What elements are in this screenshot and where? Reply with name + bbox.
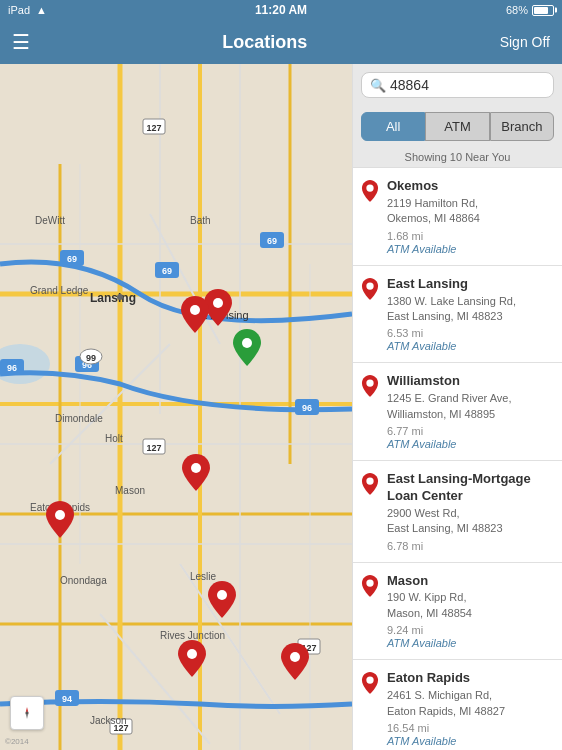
sign-off-button[interactable]: Sign Off — [500, 34, 550, 50]
location-item[interactable]: East Lansing 1380 W. Lake Lansing Rd,Eas… — [353, 266, 562, 364]
location-distance: 6.77 mi — [387, 425, 554, 437]
svg-text:127: 127 — [146, 123, 161, 133]
svg-point-63 — [191, 463, 201, 473]
device-label: iPad — [8, 4, 30, 16]
compass-icon — [18, 704, 36, 722]
location-name: Eaton Rapids — [387, 670, 554, 687]
svg-point-62 — [242, 338, 252, 348]
svg-text:Dimondale: Dimondale — [55, 413, 103, 424]
svg-text:Rives Junction: Rives Junction — [160, 630, 225, 641]
pin-icon — [361, 672, 379, 694]
location-info: East Lansing-Mortgage Loan Center 2900 W… — [387, 471, 554, 552]
svg-point-64 — [55, 510, 65, 520]
svg-point-61 — [190, 305, 200, 315]
location-atm: ATM Available — [387, 243, 554, 255]
search-input[interactable] — [390, 77, 545, 93]
svg-point-77 — [366, 677, 373, 684]
location-atm: ATM Available — [387, 438, 554, 450]
main-content: 69 69 69 96 96 96 94 127 127 127 — [0, 64, 562, 750]
battery-percentage: 68% — [506, 4, 528, 16]
svg-text:96: 96 — [7, 363, 17, 373]
filter-branch-button[interactable]: Branch — [490, 112, 554, 141]
svg-point-76 — [366, 579, 373, 586]
location-atm: ATM Available — [387, 340, 554, 352]
svg-point-75 — [366, 477, 373, 484]
search-bar: 🔍 — [353, 64, 562, 106]
status-text: Showing 10 Near You — [353, 147, 562, 168]
pin-icon — [361, 278, 379, 300]
pin-icon — [361, 180, 379, 202]
svg-point-71 — [26, 712, 29, 715]
svg-text:Mason: Mason — [115, 485, 145, 496]
map-svg: 69 69 69 96 96 96 94 127 127 127 — [0, 64, 352, 750]
svg-text:69: 69 — [267, 236, 277, 246]
wifi-icon: ▲ — [36, 4, 47, 16]
compass-button[interactable] — [10, 696, 44, 730]
location-atm: ATM Available — [387, 735, 554, 747]
nav-bar: ☰ Locations Sign Off — [0, 20, 562, 64]
svg-text:96: 96 — [302, 403, 312, 413]
search-icon: 🔍 — [370, 78, 386, 93]
location-distance: 6.53 mi — [387, 327, 554, 339]
location-list[interactable]: Okemos 2119 Hamilton Rd,Okemos, MI 48864… — [353, 168, 562, 750]
svg-point-73 — [366, 282, 373, 289]
location-name: Okemos — [387, 178, 554, 195]
location-item[interactable]: Williamston 1245 E. Grand River Ave,Will… — [353, 363, 562, 461]
search-input-wrapper[interactable]: 🔍 — [361, 72, 554, 98]
svg-text:Onondaga: Onondaga — [60, 575, 107, 586]
svg-text:©2014: ©2014 — [5, 737, 29, 746]
svg-point-66 — [187, 649, 197, 659]
svg-text:99: 99 — [86, 353, 96, 363]
battery-icon — [532, 5, 554, 16]
map-area[interactable]: 69 69 69 96 96 96 94 127 127 127 — [0, 64, 352, 750]
right-panel: 🔍 All ATM Branch Showing 10 Near You Oke… — [352, 64, 562, 750]
location-info: Okemos 2119 Hamilton Rd,Okemos, MI 48864… — [387, 178, 554, 255]
status-bar-time: 11:20 AM — [255, 3, 307, 17]
location-address: 2461 S. Michigan Rd,Eaton Rapids, MI 488… — [387, 688, 554, 719]
pin-icon — [361, 473, 379, 495]
menu-button[interactable]: ☰ — [12, 30, 30, 54]
svg-text:94: 94 — [62, 694, 72, 704]
location-address: 2900 West Rd,East Lansing, MI 48823 — [387, 506, 554, 537]
svg-text:Lansing: Lansing — [90, 291, 136, 305]
location-info: East Lansing 1380 W. Lake Lansing Rd,Eas… — [387, 276, 554, 353]
location-name: East Lansing — [387, 276, 554, 293]
location-address: 1245 E. Grand River Ave,Williamston, MI … — [387, 391, 554, 422]
svg-point-65 — [217, 590, 227, 600]
location-name: Mason — [387, 573, 554, 590]
location-name: Williamston — [387, 373, 554, 390]
location-address: 1380 W. Lake Lansing Rd,East Lansing, MI… — [387, 294, 554, 325]
svg-point-72 — [366, 184, 373, 191]
svg-text:69: 69 — [67, 254, 77, 264]
svg-text:Grand Ledge: Grand Ledge — [30, 285, 89, 296]
svg-point-74 — [366, 380, 373, 387]
svg-text:Jackson: Jackson — [90, 715, 127, 726]
filter-all-button[interactable]: All — [361, 112, 425, 141]
location-atm: ATM Available — [387, 637, 554, 649]
location-distance: 16.54 mi — [387, 722, 554, 734]
filter-atm-button[interactable]: ATM — [425, 112, 489, 141]
status-bar: iPad ▲ 11:20 AM 68% — [0, 0, 562, 20]
location-address: 2119 Hamilton Rd,Okemos, MI 48864 — [387, 196, 554, 227]
location-distance: 9.24 mi — [387, 624, 554, 636]
svg-text:Leslie: Leslie — [190, 571, 217, 582]
location-name: East Lansing-Mortgage Loan Center — [387, 471, 554, 505]
location-info: Williamston 1245 E. Grand River Ave,Will… — [387, 373, 554, 450]
location-info: Mason 190 W. Kipp Rd,Mason, MI 48854 9.2… — [387, 573, 554, 650]
location-distance: 6.78 mi — [387, 540, 554, 552]
svg-text:69: 69 — [162, 266, 172, 276]
svg-text:127: 127 — [146, 443, 161, 453]
svg-point-67 — [290, 652, 300, 662]
location-info: Eaton Rapids 2461 S. Michigan Rd,Eaton R… — [387, 670, 554, 747]
location-item[interactable]: Mason 190 W. Kipp Rd,Mason, MI 48854 9.2… — [353, 563, 562, 661]
pin-icon — [361, 575, 379, 597]
location-item[interactable]: Eaton Rapids 2461 S. Michigan Rd,Eaton R… — [353, 660, 562, 750]
location-item[interactable]: East Lansing-Mortgage Loan Center 2900 W… — [353, 461, 562, 563]
location-item[interactable]: Okemos 2119 Hamilton Rd,Okemos, MI 48864… — [353, 168, 562, 266]
svg-text:Bath: Bath — [190, 215, 211, 226]
status-bar-right: 68% — [506, 4, 554, 16]
svg-text:Holt: Holt — [105, 433, 123, 444]
page-title: Locations — [222, 32, 307, 53]
status-bar-left: iPad ▲ — [8, 4, 47, 16]
svg-point-60 — [213, 298, 223, 308]
